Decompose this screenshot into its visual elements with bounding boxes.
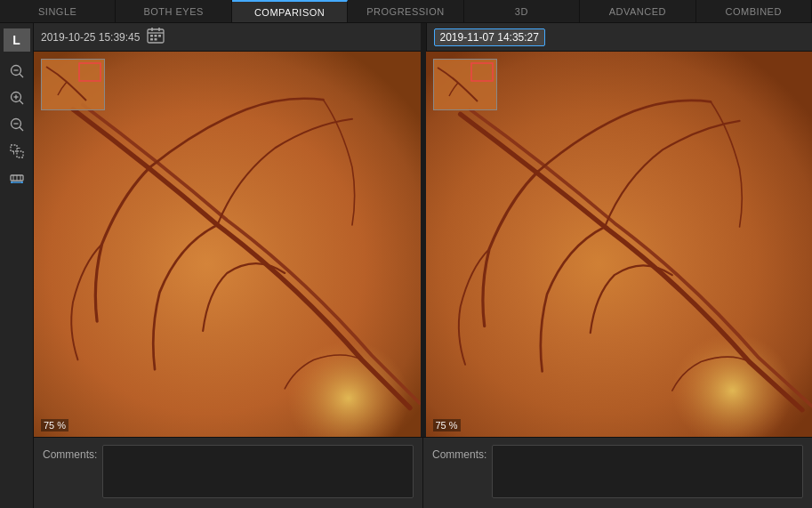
- measure-button[interactable]: [4, 165, 30, 190]
- left-comment-panel: Comments:: [34, 438, 422, 508]
- right-retina-image: 75 %: [426, 52, 813, 437]
- content-area: 2019-10-25 15:39:45: [34, 23, 812, 508]
- logo-button[interactable]: L: [4, 28, 30, 52]
- right-date-label: 2019-11-07 14:35:27: [434, 28, 545, 46]
- svg-rect-10: [11, 145, 17, 151]
- comments-section: Comments: Comments:: [34, 437, 812, 508]
- svg-rect-36: [434, 60, 497, 110]
- left-panel: 2019-10-25 15:39:45: [34, 23, 421, 437]
- left-calendar-icon[interactable]: [147, 28, 165, 46]
- main-area: L: [0, 23, 812, 508]
- svg-rect-11: [17, 151, 23, 157]
- tab-both-eyes[interactable]: BOTH EYES: [116, 0, 231, 22]
- tab-progression[interactable]: PROGRESSION: [348, 0, 463, 22]
- svg-rect-28: [150, 38, 153, 41]
- svg-rect-25: [150, 35, 153, 37]
- right-comment-input[interactable]: [492, 445, 803, 498]
- tab-bar: SINGLE BOTH EYES COMPARISON PROGRESSION …: [0, 0, 812, 23]
- tab-3d[interactable]: 3D: [464, 0, 580, 22]
- right-comment-panel: Comments:: [422, 438, 812, 508]
- left-toolbar: L: [0, 23, 34, 508]
- tab-single[interactable]: SINGLE: [0, 0, 116, 22]
- svg-line-4: [20, 101, 23, 104]
- svg-rect-29: [155, 38, 157, 41]
- svg-line-1: [20, 74, 23, 77]
- svg-marker-19: [11, 181, 12, 183]
- right-zoom-label: 75 %: [433, 419, 461, 431]
- left-panel-header: 2019-10-25 15:39:45: [34, 23, 421, 52]
- right-panel: 2019-11-07 14:35:27: [426, 23, 813, 437]
- svg-rect-26: [155, 35, 157, 37]
- svg-line-8: [20, 127, 23, 131]
- right-comments-label: Comments:: [432, 445, 486, 461]
- right-thumbnail: [433, 59, 497, 110]
- image-panels: 2019-10-25 15:39:45: [34, 23, 812, 437]
- left-date-label: 2019-10-25 15:39:45: [41, 31, 140, 44]
- tab-comparison[interactable]: COMPARISON: [232, 0, 348, 22]
- svg-rect-27: [158, 35, 161, 37]
- left-comment-input[interactable]: [102, 445, 414, 498]
- zoom-fit-button[interactable]: [4, 59, 30, 84]
- left-thumbnail: [41, 59, 105, 110]
- tab-advanced[interactable]: ADVANCED: [580, 0, 695, 22]
- left-retina-image: 75 %: [34, 52, 421, 437]
- tab-combined[interactable]: COMBINED: [696, 0, 812, 22]
- left-zoom-label: 75 %: [41, 419, 68, 431]
- svg-rect-32: [42, 60, 105, 110]
- svg-marker-20: [21, 181, 23, 183]
- zoom-in-button[interactable]: [4, 85, 30, 110]
- right-panel-header: 2019-11-07 14:35:27: [426, 23, 813, 52]
- zoom-region-button[interactable]: [4, 139, 30, 164]
- left-comments-label: Comments:: [43, 445, 97, 461]
- zoom-out-button[interactable]: [4, 112, 30, 137]
